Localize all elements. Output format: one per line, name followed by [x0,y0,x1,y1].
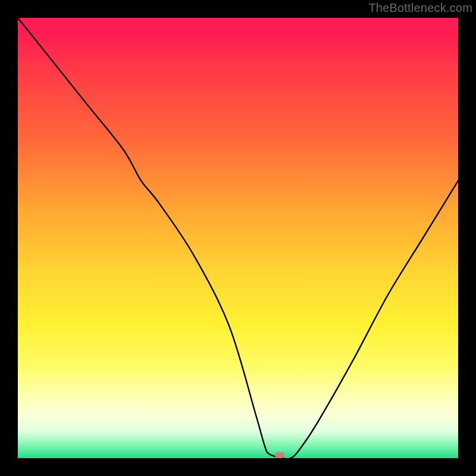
plot-area [18,18,458,458]
watermark-text: TheBottleneck.com [368,1,472,15]
bottleneck-curve [18,18,458,458]
chart-frame: TheBottleneck.com [0,0,476,476]
optimal-point-marker [275,452,284,458]
